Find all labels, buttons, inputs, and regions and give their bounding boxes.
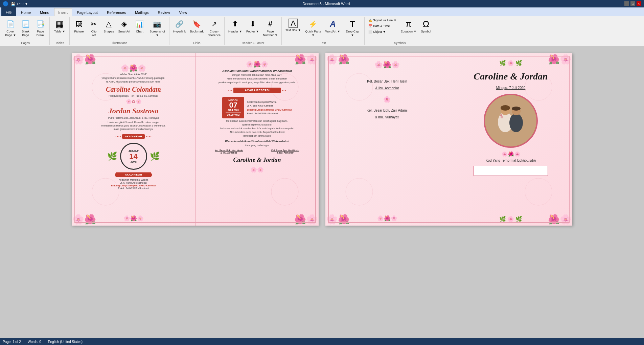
equation-icon: π	[403, 19, 414, 29]
undo-qa-btn[interactable]: ↩	[17, 2, 20, 6]
document-area: 🌸🌺 🌺🌸 🌸🌺 🌺🌸 🌸🌺🌸 Maha Suci Allah SWT yang…	[0, 46, 644, 330]
wordart-btn[interactable]: A WordArt ▼	[324, 18, 342, 34]
clip-art-btn[interactable]: ✂ ClipArt	[87, 18, 101, 38]
tab-review[interactable]: Review	[154, 8, 175, 16]
page-break-btn[interactable]: 📑 PageBreak	[33, 18, 47, 38]
screenshot-btn[interactable]: 📷 Screenshot ▼	[147, 18, 167, 38]
smartart-btn[interactable]: ◈ SmartArt	[116, 18, 132, 34]
date-circle: JUMAT 14 JUNI	[120, 143, 147, 170]
tab-view[interactable]: View	[175, 8, 192, 16]
page-number-btn[interactable]: # PageNumber ▼	[261, 18, 279, 38]
tab-insert[interactable]: Insert	[54, 8, 72, 16]
close-btn[interactable]: ✕	[637, 1, 641, 6]
col2-content: 🌸🌺🌸 Assalamu'alaikum Warahmatullahi Waba…	[195, 53, 319, 226]
p2-family4: & Ibu. Nurhayati	[367, 114, 408, 121]
page-break-icon: 📑	[35, 19, 46, 29]
acara-header-row: • • • ✦ ACARA RESEPSI ✦ • • •	[228, 86, 286, 94]
p2-address-placeholder	[478, 168, 544, 171]
ribbon-group-text: A Text Box ▼ ⚡ Quick Parts ▼ A WordArt ▼…	[282, 17, 365, 45]
cross-reference-icon: ↗	[209, 19, 220, 29]
acara-dots-right: • • •	[282, 89, 286, 92]
page-number-icon: #	[265, 19, 276, 29]
akad-banner: AKAD NIKAH	[122, 134, 145, 139]
signature-line-btn[interactable]: ✍ Signature Line ▼	[367, 18, 398, 23]
right-wreath: 🌿	[150, 152, 160, 161]
table-icon: ▦	[54, 19, 65, 29]
illustrations-group-label: Illustrations	[72, 41, 167, 45]
hyperlink-label: Hyperlink	[173, 30, 186, 33]
col2-top-flower: 🌸🌺🌸	[246, 61, 268, 68]
ribbon-content: 📄 CoverPage ▼ 📃 BlankPage 📑 PageBreak Pa…	[0, 16, 644, 46]
shapes-btn[interactable]: △ Shapes	[101, 18, 116, 34]
closing2: apabila Bapak/Ibu/Saudara/i	[242, 123, 272, 126]
word-count: Words: 0	[28, 340, 41, 344]
tab-menu[interactable]: Menu	[36, 8, 54, 16]
p2-top-deco: 🌿🌸🌿	[499, 60, 522, 66]
tab-references[interactable]: References	[102, 8, 130, 16]
page-indicator: Page: 1 of 2	[3, 340, 21, 344]
p2-family3: Kel. Besar Bpk. Zaili Adami	[367, 107, 408, 114]
bottom-flower-row: 🌸🌺🌸	[123, 215, 144, 222]
couple-photo-svg	[485, 95, 536, 146]
window-controls: ─ □ ✕	[624, 1, 641, 6]
smartart-label: SmartArt	[118, 30, 130, 33]
header-label: Header ▼	[228, 30, 242, 33]
save-qa-btn[interactable]: 💾	[11, 2, 16, 6]
quick-access-bar: 🔵 💾 ↩ ↪ ▼	[3, 1, 28, 6]
acara-dots-left: • • •	[228, 89, 232, 92]
ribbon-group-pages: 📄 CoverPage ▼ 📃 BlankPage 📑 PageBreak Pa…	[1, 17, 50, 45]
ribbon-group-tables: ▦ Table ▼ Tables	[50, 17, 70, 45]
groom-parent: Putra Pertama Bpk. Zaili Adami & Ibu. Nu…	[108, 117, 159, 119]
col2-venue-address: Jl. A. Yani Km.5 Kemelak	[247, 104, 292, 108]
page-1: 🌸🌺 🌺🌸 🌸🌺 🌺🌸 🌸🌺🌸 Maha Suci Allah SWT yang…	[72, 53, 319, 226]
family1-right: Kel. Besar Bpk. Heri Husin	[271, 149, 299, 152]
hyperlink-btn[interactable]: 🔗 Hyperlink	[171, 18, 188, 34]
reception-date-wrapper: MINGGU 07 JULI 2020 09.00 WIB	[222, 97, 244, 118]
minimize-btn[interactable]: ─	[624, 1, 629, 6]
footer-icon: ⬇	[247, 19, 258, 29]
bride-name: Caroline Colondam	[106, 86, 161, 93]
akad-header-row: • • • • AKAD NIKAH • • • •	[116, 133, 152, 140]
customize-qa-btn[interactable]: ▼	[25, 2, 28, 6]
quick-parts-btn[interactable]: ⚡ Quick Parts ▼	[303, 18, 323, 38]
tab-page-layout[interactable]: Page Layout	[72, 8, 102, 16]
drop-cap-label: Drop Cap ▼	[344, 30, 361, 37]
chart-btn[interactable]: 📊 Chart	[133, 18, 147, 34]
family-left: Kel. Besar Bpk. Heri Husin & Ibu. Asmani…	[215, 149, 243, 154]
family-row: Kel. Besar Bpk. Heri Husin & Ibu. Asmani…	[201, 149, 314, 154]
object-btn[interactable]: ⬜ Object ▼	[367, 29, 398, 34]
text-box-btn[interactable]: A Text Box ▼	[284, 18, 303, 33]
cross-reference-btn[interactable]: ↗ Cross-reference	[206, 18, 222, 38]
bride-parent: Putri Keempat Bpk. Heri Husin & Ibu. Asm…	[109, 95, 158, 97]
closing5: kami ucapkan terima kasih.	[243, 135, 272, 137]
table-btn[interactable]: ▦ Table ▼	[52, 18, 67, 34]
p2-address-box	[474, 166, 548, 176]
footer-btn[interactable]: ⬇ Footer ▼	[245, 18, 260, 34]
smartart-icon: ◈	[119, 19, 130, 29]
drop-cap-btn[interactable]: T Drop Cap ▼	[343, 18, 362, 38]
cover-page-btn[interactable]: 📄 CoverPage ▼	[3, 18, 18, 38]
page-break-label: PageBreak	[37, 30, 45, 37]
col1-content: 🌸🌺🌸 Maha Suci Allah SWT yang telah menci…	[72, 53, 195, 226]
bookmark-btn[interactable]: 🔖 Bookmark	[188, 18, 205, 34]
p2-family1: Kel. Besar Bpk. Heri Husin	[367, 78, 408, 85]
status-bar: Page: 1 of 2 Words: 0 English (United St…	[0, 338, 644, 345]
tab-file[interactable]: File	[1, 7, 16, 16]
redo-qa-btn[interactable]: ↪	[21, 2, 24, 6]
ribbon-group-header-footer: ⬆ Header ▼ ⬇ Footer ▼ # PageNumber ▼ Hea…	[225, 17, 282, 45]
tab-mailings[interactable]: Mailings	[131, 8, 153, 16]
reception-box: MINGGU 07 JULI 2020 09.00 WIB Kediaman M…	[222, 97, 292, 118]
date-time-btn[interactable]: 📅 Date & Time	[367, 23, 398, 29]
ribbon-group-illustrations: 🖼 Picture ✂ ClipArt △ Shapes ◈ SmartArt …	[70, 17, 169, 45]
p2-bottom-flower: 🌸🌺🌸	[377, 215, 397, 222]
header-btn[interactable]: ⬆ Header ▼	[227, 18, 244, 34]
symbol-btn[interactable]: Ω Symbol	[419, 18, 433, 34]
restore-btn[interactable]: □	[630, 1, 635, 6]
tab-home[interactable]: Home	[17, 8, 35, 16]
header-footer-group-label: Header & Footer	[227, 41, 279, 45]
picture-btn[interactable]: 🖼 Picture	[72, 18, 86, 34]
symbol-icon: Ω	[420, 19, 431, 29]
blank-page-btn[interactable]: 📃 BlankPage	[18, 18, 32, 38]
text-group-label: Text	[284, 41, 362, 45]
equation-btn[interactable]: π Equation ▼	[399, 18, 418, 34]
